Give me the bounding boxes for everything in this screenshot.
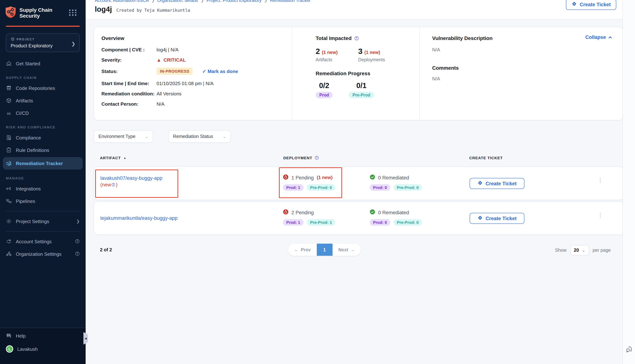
- mark-as-done-link[interactable]: ✓ Mark as done: [202, 68, 238, 74]
- details-column: Vulnerability Description Collapse N/A C…: [419, 27, 622, 120]
- sidebar-item-code-repositories[interactable]: Code Repositories: [0, 82, 86, 94]
- vulnerability-description-value: N/A: [432, 47, 604, 52]
- document-search-icon: [6, 135, 12, 140]
- artifact-column-header[interactable]: ARTIFACT ▲: [100, 156, 127, 160]
- sidebar-item-label: Integrations: [16, 186, 41, 191]
- breadcrumb-separator: ❯: [200, 0, 204, 2]
- remediated-cell: 0 Remediated Prod: 0 Pre-Prod: 0: [370, 209, 422, 226]
- new-tag: (new): [100, 182, 118, 188]
- sidebar-item-project-settings[interactable]: Project Settings ❯: [0, 215, 86, 228]
- environment-type-dropdown[interactable]: Environment Type ⌄: [94, 130, 153, 143]
- contact-label: Contact Person:: [101, 101, 156, 107]
- table-row: tejakummarikuntla/easy-buggy-app 2 Pendi…: [94, 202, 623, 235]
- breadcrumb-remediation-tracker[interactable]: Remediation Tracker: [270, 0, 311, 3]
- create-ticket-button-row[interactable]: Create Ticket: [470, 213, 524, 224]
- project-label: PROJECT: [11, 37, 75, 41]
- main-content: Account: Automation-SSCA❯Organization: d…: [86, 0, 635, 364]
- prod-pill: Prod: 1: [283, 219, 304, 226]
- sidebar-user[interactable]: L Lavakush: [0, 342, 86, 356]
- next-page-button[interactable]: Next →: [332, 244, 361, 256]
- sidebar-item-label: Code Repositories: [16, 85, 55, 91]
- prod-pill: Prod: 0: [370, 219, 390, 226]
- component-cve-label: Component | CVE :: [101, 47, 156, 52]
- info-icon[interactable]: [315, 156, 319, 160]
- sidebar-item-artifacts[interactable]: Artifacts: [0, 94, 86, 107]
- jira-diamond-icon: [572, 1, 577, 8]
- pending-cell: 1 Pending (1 new) Prod: 1 Pre-Prod: 0: [283, 174, 335, 191]
- sidebar-item-cicd[interactable]: ∞ CI/CD: [0, 107, 86, 119]
- layers-gear-icon: [6, 238, 12, 244]
- chevron-up-icon: [608, 34, 612, 40]
- collapse-link[interactable]: Collapse: [585, 34, 612, 40]
- preprod-pill: Pre-Prod: 1: [307, 219, 335, 226]
- sidebar-item-compliance[interactable]: Compliance: [0, 131, 86, 144]
- svg-text:?: ?: [8, 334, 9, 336]
- artifact-link[interactable]: lavakush07/easy-buggy-app (new): [100, 175, 162, 189]
- vulnerability-description-heading: Vulnerability Description: [432, 35, 604, 41]
- sidebar-item-pipelines[interactable]: Pipelines: [0, 195, 86, 207]
- gear-icon: [6, 218, 12, 224]
- project-selector[interactable]: PROJECT Product Exploratory ❯: [6, 34, 80, 52]
- sort-ascending-icon: ▲: [123, 156, 126, 160]
- sidebar-item-rule-definitions[interactable]: Rule Definitions: [0, 144, 86, 156]
- sidebar-item-label: Pipelines: [16, 198, 35, 204]
- sidebar: Supply Chain Security PROJECT Product Ex…: [0, 0, 86, 364]
- breadcrumb: Account: Automation-SSCA❯Organization: d…: [95, 0, 311, 3]
- integrations-icon: [6, 186, 12, 192]
- row-menu-kebab-icon[interactable]: ⋮: [597, 212, 603, 218]
- deployment-column-header: DEPLOYMENT: [283, 156, 319, 160]
- pending-cell: 2 Pending Prod: 1 Pre-Prod: 1: [283, 209, 335, 226]
- cube-icon: [11, 37, 15, 41]
- comments-heading: Comments: [432, 65, 604, 71]
- create-ticket-button-row[interactable]: Create Ticket: [470, 178, 524, 189]
- page-1-button[interactable]: 1: [317, 244, 332, 256]
- page-header: Account: Automation-SSCA❯Organization: d…: [86, 0, 635, 20]
- sidebar-item-remediation-tracker[interactable]: Remediation Tracker: [3, 157, 83, 170]
- sidebar-item-label: Organization Settings: [16, 251, 62, 257]
- sidebar-item-label: Remediation Tracker: [16, 160, 63, 166]
- sidebar-item-organization-settings[interactable]: Organization Settings: [0, 248, 86, 260]
- remediation-status-dropdown[interactable]: Remediation Status ⌄: [168, 130, 231, 143]
- remediation-box-icon: [6, 160, 12, 166]
- remediated-cell: 0 Remediated Prod: 0 Pre-Prod: 0: [370, 174, 422, 191]
- preprod-pill: Pre-Prod: [349, 92, 374, 98]
- brand-title: Supply Chain Security: [20, 7, 52, 19]
- result-count: 2 of 2: [100, 247, 112, 252]
- page-title: log4j: [95, 5, 112, 14]
- app-grid-icon[interactable]: [69, 10, 77, 16]
- artifact-link[interactable]: tejakummarikuntla/easy-buggy-app: [100, 215, 177, 222]
- sidebar-item-get-started[interactable]: Get Started: [0, 57, 86, 70]
- breadcrumb-organization[interactable]: Organization: default: [157, 0, 198, 3]
- prod-pill: Prod: 0: [370, 184, 390, 191]
- sidebar-nav: Get Started SUPPLY CHAIN Code Repositori…: [0, 57, 86, 260]
- info-icon[interactable]: [354, 36, 359, 40]
- contact-value: N/A: [156, 101, 164, 107]
- breadcrumb-project[interactable]: Project: Product Exploratory: [206, 0, 262, 3]
- breadcrumb-account[interactable]: Account: Automation-SSCA: [95, 0, 149, 3]
- status-badge: IN-PROGRESS: [156, 68, 193, 75]
- sidebar-item-account-settings[interactable]: Account Settings: [0, 235, 86, 248]
- environment-type-label: Environment Type: [98, 134, 135, 139]
- info-icon[interactable]: [112, 182, 116, 188]
- chevron-down-icon: ⌄: [145, 134, 148, 139]
- create-ticket-button-header[interactable]: Create Ticket: [566, 0, 616, 10]
- divider: [6, 231, 80, 232]
- deployments-label: Deployments: [358, 57, 385, 62]
- sidebar-item-label: Rule Definitions: [16, 147, 49, 153]
- chevron-right-icon: ❯: [71, 41, 75, 46]
- sidebar-footer: ? Help L Lavakush: [0, 328, 86, 364]
- page-size-select[interactable]: 20 ⌄: [570, 245, 589, 256]
- help-chat-icon: ?: [6, 333, 12, 339]
- code-repo-icon: [6, 85, 12, 91]
- prod-pill: Prod: [316, 92, 333, 98]
- remediation-progress-heading: Remediation Progress: [316, 70, 419, 76]
- pending-stopwatch-icon: [283, 174, 289, 181]
- pagination-bar: 2 of 2 ← Prev 1 Next → Show 20 ⌄ per pag…: [94, 243, 623, 258]
- sidebar-item-help[interactable]: ? Help: [0, 328, 86, 342]
- sidebar-item-integrations[interactable]: Integrations: [0, 182, 86, 195]
- pipelines-icon: [6, 198, 12, 204]
- preprod-progress-value: 0/1: [349, 82, 374, 90]
- prev-page-button[interactable]: ← Prev: [288, 244, 317, 256]
- row-menu-kebab-icon[interactable]: ⋮: [597, 177, 603, 183]
- support-chat-icon[interactable]: [625, 346, 633, 354]
